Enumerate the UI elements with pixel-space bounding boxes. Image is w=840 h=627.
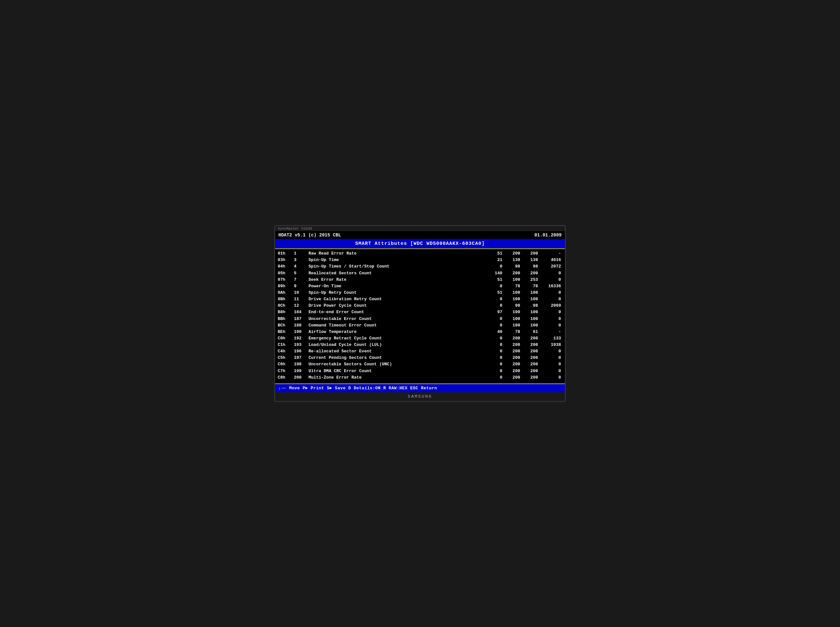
col-id: 193 (294, 342, 308, 348)
col-value: 97 (485, 309, 502, 315)
col-raw: 0 (538, 368, 562, 374)
col-thresh: 200 (520, 270, 538, 277)
col-thresh: 200 (520, 348, 538, 354)
col-worst: 78 (502, 283, 520, 290)
col-value: 0 (485, 342, 502, 348)
status-bar: ↓→← Move P► Print S► Save D Details:ON R… (275, 384, 565, 392)
col-thresh: 100 (520, 290, 538, 296)
col-worst: 100 (502, 296, 520, 302)
col-value: 0 (485, 296, 502, 302)
screen: HDAT2 v5.1 (c) 2015 CBL 01.01.2009 SMART… (275, 231, 565, 401)
col-thresh: 200 (520, 342, 538, 348)
col-id: 199 (294, 368, 308, 374)
col-raw: 0 (538, 348, 562, 354)
col-name: Command Timeout Error Count (308, 322, 485, 329)
col-hex: 07h (278, 277, 294, 283)
col-thresh: 61 (520, 329, 538, 335)
app-title: HDAT2 v5.1 (c) 2015 CBL (278, 233, 341, 238)
brand-label: SAMSUNG (275, 392, 565, 401)
col-value: 0 (485, 368, 502, 374)
table-row: 0Bh 11 Drive Calibration Retry Count 0 1… (278, 296, 562, 302)
col-name: Multi-Zone Error Rate (308, 374, 485, 381)
col-raw: 0 (538, 270, 562, 277)
col-name: Drive Power Cycle Count (308, 302, 485, 309)
table-row: C0h 192 Emergency Retract Cycle Count 0 … (278, 335, 562, 342)
col-id: 197 (294, 354, 308, 361)
col-worst: 100 (502, 277, 520, 283)
table-row: B8h 184 End-to-end Error Count 97 100 10… (278, 309, 562, 315)
col-id: 1 (294, 250, 308, 257)
col-value: 0 (485, 283, 502, 290)
table-row: C1h 193 Load/Unload Cycle Count (LUL) 0 … (278, 342, 562, 348)
col-id: 187 (294, 316, 308, 322)
col-hex: BBh (278, 316, 294, 322)
col-worst: 200 (502, 335, 520, 342)
col-name: Current Pending Sectors Count (308, 354, 485, 361)
attributes-table: 01h 1 Raw Read Error Rate 51 200 200 - 0… (275, 249, 565, 382)
col-raw: 0 (538, 316, 562, 322)
col-name: Spin-Up Retry Count (308, 290, 485, 296)
col-worst: 78 (502, 329, 520, 335)
col-worst: 200 (502, 250, 520, 257)
col-id: 192 (294, 335, 308, 342)
table-row: 0Ah 10 Spin-Up Retry Count 51 100 100 0 (278, 290, 562, 296)
col-thresh: 253 (520, 277, 538, 283)
col-name: Spin-Up Time (308, 257, 485, 263)
col-value: 0 (485, 322, 502, 329)
col-hex: 0Ch (278, 302, 294, 309)
col-id: 188 (294, 322, 308, 329)
col-raw: 1938 (538, 342, 562, 348)
col-id: 4 (294, 263, 308, 270)
monitor-frame: SyncMaster S1930 HDAT2 v5.1 (c) 2015 CBL… (274, 225, 566, 402)
col-hex: 04h (278, 263, 294, 270)
col-raw: 0 (538, 277, 562, 283)
col-thresh: 100 (520, 322, 538, 329)
col-id: 184 (294, 309, 308, 315)
date-display: 01.01.2009 (534, 233, 562, 238)
table-row: BCh 188 Command Timeout Error Count 0 10… (278, 322, 562, 329)
col-name: Power-On Time (308, 283, 485, 290)
col-hex: BCh (278, 322, 294, 329)
col-worst: 200 (502, 368, 520, 374)
col-raw: 0 (538, 290, 562, 296)
table-row: 01h 1 Raw Read Error Rate 51 200 200 - (278, 250, 562, 257)
col-worst: 200 (502, 348, 520, 354)
col-thresh: 200 (520, 335, 538, 342)
col-name: Emergency Retract Cycle Count (308, 335, 485, 342)
col-name: Re-allocated Sector Event (308, 348, 485, 354)
col-id: 3 (294, 257, 308, 263)
col-name: Airflow Temperature (308, 329, 485, 335)
col-id: 190 (294, 329, 308, 335)
col-hex: 01h (278, 250, 294, 257)
col-worst: 139 (502, 257, 520, 263)
col-worst: 200 (502, 354, 520, 361)
col-hex: C6h (278, 361, 294, 368)
col-id: 196 (294, 348, 308, 354)
col-hex: C5h (278, 354, 294, 361)
top-bar: HDAT2 v5.1 (c) 2015 CBL 01.01.2009 (275, 231, 565, 239)
col-value: 51 (485, 250, 502, 257)
col-id: 10 (294, 290, 308, 296)
col-thresh: 100 (520, 316, 538, 322)
col-value: 0 (485, 302, 502, 309)
col-worst: 100 (502, 309, 520, 315)
monitor-label: SyncMaster S1930 (275, 226, 565, 231)
col-name: Uncorrectable Sectors Count (UNC) (308, 361, 485, 368)
col-hex: C7h (278, 368, 294, 374)
col-raw: 2069 (538, 302, 562, 309)
table-row: 05h 5 Reallocated Sectors Count 140 200 … (278, 270, 562, 277)
col-value: 140 (485, 270, 502, 277)
col-id: 12 (294, 302, 308, 309)
col-raw: 0 (538, 296, 562, 302)
table-row: 03h 3 Spin-Up Time 21 139 139 4016 (278, 257, 562, 263)
col-name: Drive Calibration Retry Count (308, 296, 485, 302)
col-name: Spin-Up Times / Start/Stop Count (308, 263, 485, 270)
col-hex: C8h (278, 374, 294, 381)
col-hex: 03h (278, 257, 294, 263)
col-worst: 100 (502, 316, 520, 322)
col-thresh: 200 (520, 361, 538, 368)
col-raw: 0 (538, 309, 562, 315)
col-name: Raw Read Error Rate (308, 250, 485, 257)
table-row: BEh 190 Airflow Temperature 40 78 61 - (278, 329, 562, 335)
col-raw: 0 (538, 322, 562, 329)
